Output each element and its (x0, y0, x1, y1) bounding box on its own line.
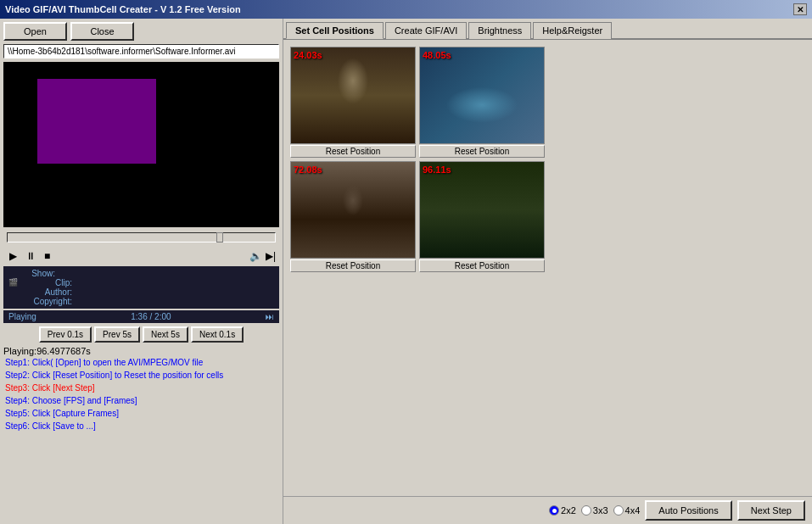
thumbnail-cell-2: 48.05sReset Position (419, 47, 545, 158)
tab-set-cell-positions[interactable]: Set Cell Positions (286, 22, 384, 39)
right-panel: Set Cell PositionsCreate GIF/AVIBrightne… (283, 19, 812, 524)
thumbnail-cell-4: 96.11sReset Position (419, 161, 545, 272)
copyright-icon (8, 297, 22, 306)
step-4: Step4: Choose [FPS] and [Frames] (5, 394, 279, 407)
stop-button[interactable]: ■ (42, 249, 53, 263)
thumbnail-frame-1: 24.03s (290, 47, 416, 144)
show-row: Show: (8, 269, 274, 278)
top-button-row: Open Close (3, 22, 279, 41)
thumbnail-frame-3: 72.08s (290, 161, 416, 259)
next-01s-button[interactable]: Next 0.1s (191, 326, 244, 343)
author-row: Author: (8, 287, 274, 297)
playing-time: 1:36 / 2:00 (131, 312, 171, 321)
scroll-right-icon[interactable]: ▶| (266, 250, 276, 262)
playing-bar: Playing 1:36 / 2:00 ⏭ (3, 310, 279, 323)
tab-help-register[interactable]: Help&Reigster (533, 22, 612, 39)
thumbnail-timestamp-1: 24.03s (294, 50, 322, 60)
thumbnail-grid: 24.03sReset Position48.05sReset Position… (290, 47, 545, 272)
seek-bar-container (3, 231, 279, 246)
video-preview (3, 62, 279, 227)
thumbnail-timestamp-2: 48.05s (423, 50, 451, 60)
step-6: Step6: Click [Save to ...] (5, 420, 279, 432)
prev-01s-button[interactable]: Prev 0.1s (39, 326, 92, 343)
clip-icon: 🎬 (8, 278, 22, 287)
radio-label-3x3: 3x3 (593, 505, 608, 516)
thumbnail-timestamp-4: 96.11s (423, 164, 451, 175)
thumbnail-image-4 (420, 162, 544, 258)
reset-position-button-2[interactable]: Reset Position (419, 145, 545, 158)
file-path-display: \\Home-3b64b2d181\software.informer\Soft… (3, 44, 279, 59)
thumbnail-cell-1: 24.03sReset Position (290, 47, 416, 158)
clip-row: 🎬 Clip: (8, 278, 274, 287)
next-step-button[interactable]: Next Step (737, 500, 805, 521)
author-icon (8, 287, 22, 297)
auto-positions-button[interactable]: Auto Positions (645, 500, 731, 521)
radio-dot-4x4 (613, 505, 624, 516)
grid-size-radio-group: 2x23x34x4 (549, 505, 640, 516)
main-container: Open Close \\Home-3b64b2d181\software.in… (0, 19, 812, 524)
clip-label: Clip: (25, 278, 72, 287)
thumbnail-timestamp-3: 72.08s (294, 164, 322, 175)
radio-dot-3x3 (581, 505, 591, 516)
step-3: Step3: Click [Next Step] (5, 382, 279, 394)
reset-position-button-1[interactable]: Reset Position (290, 145, 416, 158)
playing-indicator-icon: ⏭ (266, 312, 274, 321)
tab-create-gif-avi[interactable]: Create GIF/AVI (385, 22, 467, 39)
author-label: Author: (25, 287, 72, 297)
seek-bar[interactable] (7, 232, 276, 242)
content-area: 24.03sReset Position48.05sReset Position… (283, 40, 812, 496)
reset-position-button-3[interactable]: Reset Position (290, 259, 416, 272)
playing-label: Playing (8, 312, 36, 321)
window-title: Video GIF/AVI ThumbCell Creater - V 1.2 … (5, 4, 241, 14)
tab-bar: Set Cell PositionsCreate GIF/AVIBrightne… (283, 19, 812, 40)
close-button[interactable]: Close (70, 22, 134, 41)
radio-label-2x2: 2x2 (561, 505, 576, 516)
radio-label-4x4: 4x4 (625, 505, 641, 516)
pause-button[interactable]: ⏸ (23, 249, 38, 263)
tab-brightness[interactable]: Brightness (468, 22, 531, 39)
thumbnail-cell-3: 72.08sReset Position (290, 161, 416, 272)
left-panel: Open Close \\Home-3b64b2d181\software.in… (0, 19, 283, 524)
playback-controls: ▶ ⏸ ■ 🔈 ▶| (3, 248, 279, 265)
radio-option-4x4[interactable]: 4x4 (613, 505, 641, 516)
volume-icon[interactable]: 🔈 (249, 250, 262, 262)
radio-option-2x2[interactable]: 2x2 (549, 505, 576, 516)
open-button[interactable]: Open (3, 22, 67, 41)
window-close-button[interactable]: ✕ (793, 3, 807, 15)
copyright-row: Copyright: (8, 297, 274, 306)
thumbnail-image-1 (291, 47, 415, 143)
radio-option-3x3[interactable]: 3x3 (581, 505, 608, 516)
reset-position-button-4[interactable]: Reset Position (419, 259, 545, 272)
video-inner-frame (37, 79, 156, 164)
thumbnail-image-3 (291, 162, 415, 258)
step-2: Step2: Click [Reset Position] to Reset t… (5, 369, 279, 382)
thumbnail-frame-4: 96.11s (419, 161, 545, 259)
copyright-label: Copyright: (25, 297, 72, 306)
radio-dot-2x2 (549, 505, 559, 516)
bottom-bar: 2x23x34x4 Auto Positions Next Step (283, 496, 812, 524)
steps-panel: Step1: Click( [Open] to open the AVI/MPE… (3, 356, 279, 432)
step-5: Step5: Click [Capture Frames] (5, 407, 279, 420)
prev-5s-button[interactable]: Prev 5s (94, 326, 140, 343)
thumbnail-frame-2: 48.05s (419, 47, 545, 144)
play-button[interactable]: ▶ (7, 249, 20, 263)
title-bar: Video GIF/AVI ThumbCell Creater - V 1.2 … (0, 0, 812, 19)
show-label: Show: (8, 269, 55, 278)
info-panel: Show: 🎬 Clip: Author: Copyright: (3, 266, 279, 309)
nav-buttons: Prev 0.1s Prev 5s Next 5s Next 0.1s (3, 326, 279, 343)
thumbnail-image-2 (420, 47, 544, 143)
step-1: Step1: Click( [Open] to open the AVI/MPE… (5, 356, 279, 369)
playing-time-display: Playing:96.4977687s (3, 346, 279, 356)
next-5s-button[interactable]: Next 5s (143, 326, 188, 343)
